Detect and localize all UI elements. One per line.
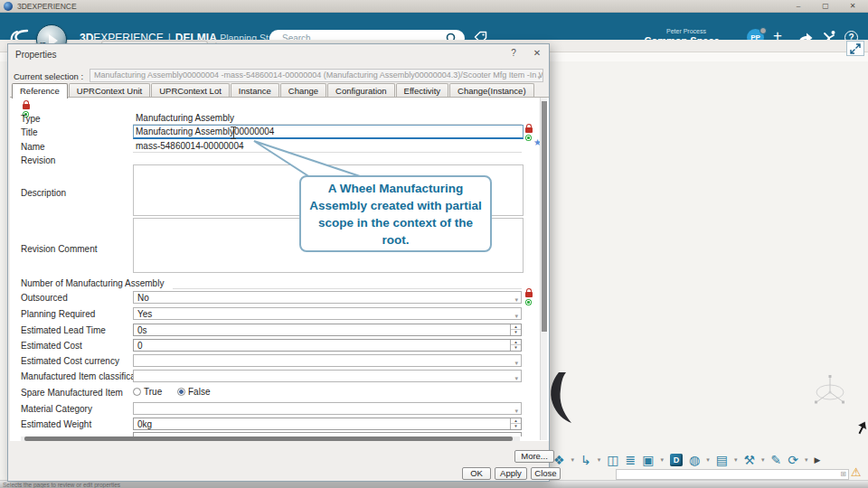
estimated-cost-value: 0	[137, 341, 143, 351]
estimated-cost-currency-label: Estimated Cost currency	[21, 356, 119, 366]
spin-down-icon[interactable]: ▼	[511, 330, 521, 335]
estimated-cost-spinner[interactable]: 0 ▲▼	[133, 339, 522, 352]
current-selection-label: Current selection :	[14, 71, 83, 81]
mouse-cursor	[854, 420, 867, 437]
os-titlebar: 3DEXPERIENCE – ▢ ✕	[0, 0, 868, 13]
chevron-down-icon: ▾	[514, 405, 518, 417]
tab-reference[interactable]: Reference	[12, 83, 68, 99]
close-window-button[interactable]: ✕	[843, 1, 863, 12]
apply-button[interactable]: Apply	[495, 467, 527, 480]
scrollbar-thumb[interactable]	[24, 436, 513, 441]
cube-3d-icon[interactable]: D	[670, 454, 683, 466]
spare-manufactured-item-label: Spare Manufactured Item	[21, 388, 123, 398]
title-label: Title	[21, 127, 38, 137]
toolbar-expand-icon[interactable]: ▶	[815, 455, 821, 465]
tab-uprcontext-lot[interactable]: UPRContext Lot	[151, 83, 230, 97]
process-flow-icon[interactable]: ≣	[626, 452, 637, 468]
tab-effectivity[interactable]: Effectivity	[396, 83, 448, 97]
spinner-buttons[interactable]: ▲▼	[510, 340, 521, 351]
maximize-button[interactable]: ▢	[816, 1, 835, 12]
estimated-lead-time-value: 0s	[137, 325, 147, 335]
spin-down-icon[interactable]: ▼	[511, 345, 521, 351]
tab-change[interactable]: Change	[280, 83, 326, 97]
warning-icon[interactable]: ⚠	[851, 465, 862, 479]
dialog-help-button[interactable]: ?	[507, 48, 520, 58]
chevron-down-icon[interactable]: ▾	[734, 456, 738, 464]
tab-uprcontext-unit[interactable]: UPRContext Unit	[69, 83, 150, 97]
chevron-down-icon[interactable]: ▾	[571, 456, 575, 464]
chevron-down-icon: ▾	[537, 71, 541, 82]
tab-configuration[interactable]: Configuration	[327, 83, 395, 97]
edit-document-icon[interactable]: ✎	[771, 452, 782, 468]
revision-label: Revision	[21, 155, 55, 165]
expand-panel-button[interactable]	[846, 41, 864, 56]
spinner-buttons[interactable]: ▲▼	[510, 418, 521, 429]
estimated-cost-currency-select[interactable]: ▾	[133, 354, 522, 367]
3d-scene-object	[548, 372, 579, 425]
action-toolbar: ❖ ▾ ↳ ▾ ◫ ≣ ▣ ▾ D ◍ ▾ ▤ ▾ ⚒ ▾ ✎ ⟳ ▾ ▶	[553, 451, 821, 469]
tab-instance[interactable]: Instance	[231, 83, 279, 97]
vertical-scrollbar[interactable]	[540, 98, 547, 440]
display-list-icon[interactable]: ▤	[716, 452, 728, 468]
number-of-mfg-assembly-field[interactable]	[173, 277, 522, 289]
estimated-weight-spinner[interactable]: 0kg ▲▼	[133, 418, 522, 430]
chevron-down-icon[interactable]: ▾	[706, 456, 710, 464]
screen: 3DEXPERIENCE – ▢ ✕ 3D 3DEXPERIENCE|DELMI…	[0, 0, 868, 488]
outsourced-select[interactable]: No ▾	[133, 291, 522, 304]
material-category-select[interactable]: ▾	[133, 402, 522, 415]
radio-selected-icon[interactable]	[177, 388, 185, 396]
lock-icon	[525, 292, 533, 297]
chevron-down-icon[interactable]: ▾	[598, 456, 601, 464]
close-button[interactable]: Close	[531, 467, 561, 480]
chevron-down-icon[interactable]: ▾	[805, 456, 808, 464]
spin-down-icon[interactable]: ▼	[511, 424, 521, 429]
material-category-label: Material Category	[21, 404, 92, 414]
sequence-icon[interactable]: ↳	[580, 452, 591, 468]
ok-button[interactable]: OK	[462, 467, 491, 480]
chevron-down-icon[interactable]: ▾	[761, 456, 765, 464]
lock-icon	[23, 104, 30, 109]
expand-arrows-icon	[850, 43, 861, 54]
radio-icon[interactable]	[133, 388, 141, 396]
outsourced-label: Outsourced	[21, 293, 68, 303]
radio-false[interactable]: False	[177, 387, 210, 397]
report-window-icon[interactable]: ▣	[642, 452, 654, 468]
manufactured-item-classification-select[interactable]: ▾	[133, 370, 522, 382]
estimated-weight-label: Estimated Weight	[21, 419, 91, 429]
pert-chart-icon[interactable]: ❖	[553, 452, 565, 468]
estimated-lead-time-spinner[interactable]: 0s ▲▼	[133, 324, 522, 336]
command-input-strip[interactable]: ⊞	[616, 469, 849, 480]
revision-comment-label: Revision Comment	[21, 244, 97, 254]
balance-icon[interactable]: ◫	[607, 452, 618, 468]
dialog-close-icon[interactable]: ✕	[531, 48, 543, 58]
user-name: Peter Process	[633, 28, 740, 34]
more-button[interactable]: More...	[514, 450, 554, 463]
dialog-title: Properties	[15, 50, 57, 60]
tab-change-instance[interactable]: Change(Instance)	[449, 83, 534, 97]
planning-required-label: Planning Required	[21, 309, 95, 319]
simulation-icon[interactable]: ◍	[689, 452, 700, 468]
chevron-down-icon[interactable]: ▾	[661, 456, 665, 464]
current-selection-value: Manufacturing Assembly00000004 -mass-548…	[94, 70, 543, 80]
lock-icon	[525, 127, 533, 133]
scrollbar-thumb[interactable]	[542, 101, 547, 332]
radio-true[interactable]: True	[133, 387, 162, 397]
minimize-button[interactable]: –	[788, 1, 808, 12]
radio-true-label: True	[144, 387, 162, 397]
dialog-tabstrip: Reference UPRContext Unit UPRContext Lot…	[12, 83, 535, 98]
radio-false-label: False	[188, 387, 210, 397]
dock-icon: ⊞	[840, 470, 846, 478]
released-status-icon	[525, 299, 532, 305]
status-message: Selects the pages to review or edit prop…	[3, 482, 120, 488]
tools-icon[interactable]: ⚒	[744, 452, 756, 468]
horizontal-scrollbar[interactable]	[21, 436, 520, 441]
callout-bubble: A Wheel Manufacturing Assembly created w…	[299, 175, 492, 252]
current-selection-combobox[interactable]: Manufacturing Assembly00000004 -mass-548…	[90, 69, 543, 82]
sync-icon[interactable]: ⟳	[788, 452, 798, 468]
planning-required-select[interactable]: Yes ▾	[133, 307, 522, 320]
chevron-down-icon: ▾	[514, 310, 518, 322]
spinner-buttons[interactable]: ▲▼	[510, 324, 521, 335]
manufactured-item-classification-label: Manufactured Item classification	[21, 371, 150, 381]
chevron-down-icon: ▾	[514, 372, 518, 384]
callout-text: A Wheel Manufacturing Assembly created w…	[307, 180, 485, 249]
